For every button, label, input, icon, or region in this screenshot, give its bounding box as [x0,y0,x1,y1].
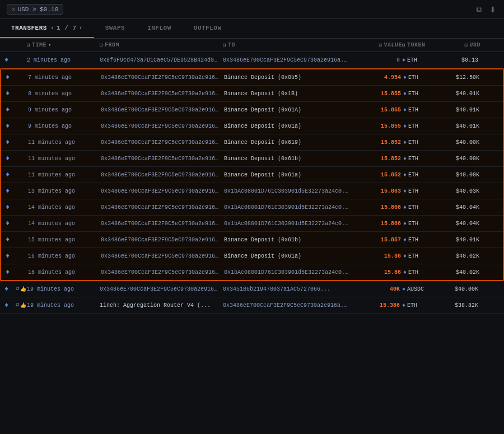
col-token[interactable]: ⊟ TOKEN [402,42,441,48]
row-chain-icon: ♦ [6,90,17,97]
row-to: 0x1bAc08001D761C303901d5E32273a24c0... [224,221,353,227]
table-row[interactable]: ♦ 16 minutes ago 0x3486eE700CcaF3E2F9C5e… [1,264,503,280]
table-row[interactable]: ♦ ⧉ 👍 19 minutes ago 0x3486eE700CcaF3E2F… [0,281,504,297]
table-row[interactable]: ♦ 11 minutes ago 0x3486eE700CcaF3E2F9C5e… [1,134,503,151]
row-token: ♦ ETH [403,123,442,129]
col-from[interactable]: ⊟ FROM [100,42,223,48]
row-from: 0x3486eE700CcaF3E2F9C5eC9730a2e916a... [101,74,224,81]
row-to: Binance Deposit (0x61a) [224,172,353,178]
download-button[interactable]: ⬇ [488,4,497,15]
page-indicator: 1 / 7 [57,25,77,31]
row-chain-icon: ♦ [4,56,16,64]
remove-filter-icon[interactable]: ✕ [12,6,16,13]
token-name: ETH [408,253,418,259]
row-to: Binance Deposit (0x0b5) [224,74,353,81]
table-row[interactable]: ♦ 14 minutes ago 0x3486eE700CcaF3E2F9C5e… [1,216,503,232]
row-chain-icon: ♦ [6,106,17,114]
row-value: 15.855 [353,91,403,97]
row-from: 0x3486eE700CcaF3E2F9C5eC9730a2e916a... [101,269,224,276]
row-time: 19 minutes ago [27,286,100,292]
col-usd-label: USD [469,42,480,48]
row-chain-icon: ♦ [6,155,17,162]
table-row[interactable]: ♦ 9 minutes ago 0x3486eE700CcaF3E2F9C5eC… [1,118,503,134]
row-time: 13 minutes ago [28,188,101,194]
table-row[interactable]: ♦ 14 minutes ago 0x3486eE700CcaF3E2F9C5e… [1,199,503,216]
table-row[interactable]: ♦ 2 minutes ago 0x8f6F9cd473a7D1CaeC57DE… [0,52,504,68]
eth-icon: ♦ [403,204,407,211]
row-chain-icon: ♦ [6,171,17,179]
row-chain-icon: ♦ [4,285,16,293]
row-value: 4.954 [353,74,403,81]
row-from: 0x3486eE700CcaF3E2F9C5eC9730a2e916a... [101,204,224,211]
row-token: ♦ ETH [403,253,442,259]
row-usd: $40.04K [442,221,482,227]
eth-icon: ♦ [403,269,407,276]
highlight-group: ♦ 7 minutes ago 0x3486eE700CcaF3E2F9C5eC… [0,68,504,281]
table-row[interactable]: ♦ 11 minutes ago 0x3486eE700CcaF3E2F9C5e… [1,167,503,183]
row-to: 0x1bAc08001D761C303901d5E32273a24c0... [224,188,353,194]
col-usd[interactable]: ⊟ USD [441,42,480,48]
row-to: 0x1bAc08001D761C303901d5E32273a24c0... [224,204,353,211]
token-name: ETH [408,156,418,162]
row-time: 11 minutes ago [28,139,101,146]
row-chain-icon: ♦ [6,268,17,276]
row-token: ♦ ETH [403,172,442,178]
tab-swaps[interactable]: SWAPS [94,19,137,38]
eth-icon: ♦ [403,107,407,113]
eth-icon: ♦ [403,123,407,129]
row-time: 9 minutes ago [28,107,101,113]
row-value: 15.863 [353,188,403,194]
tab-outflow[interactable]: OUTFLOW [183,19,233,38]
row-value: 15.852 [353,156,403,162]
col-to-label: TO [228,42,235,48]
row-chain-icon: ♦ [6,138,17,146]
eth-icon: ♦ [402,57,405,63]
table-row[interactable]: ♦ 16 minutes ago 0x3486eE700CcaF3E2F9C5e… [1,248,503,264]
prev-page-icon[interactable]: ‹ [50,25,54,31]
copy-icon: ⧉ [16,286,19,292]
table-row[interactable]: ♦ 13 minutes ago 0x3486eE700CcaF3E2F9C5e… [1,183,503,199]
row-token: ♦ ETH [403,237,442,243]
row-token: ♦ ETH [403,74,442,81]
time-sort-icon[interactable]: ▾ [48,42,52,48]
tab-inflow[interactable]: INFLOW [136,19,183,38]
row-value: 0 [352,57,402,63]
row-usd: $40.01K [442,123,482,129]
row-to: Binance Deposit (0x61A) [224,107,353,113]
row-time: 16 minutes ago [28,269,101,276]
row-usd: $40.03K [442,188,482,194]
row-time: 11 minutes ago [28,172,101,178]
token-name: ETH [408,123,418,129]
row-time: 7 minutes ago [28,74,101,81]
table-row[interactable]: ♦ 9 minutes ago 0x3486eE700CcaF3E2F9C5eC… [1,102,503,118]
table-row[interactable]: ♦ 8 minutes ago 0x3486eE700CcaF3E2F9C5eC… [1,86,503,102]
row-time: 19 minutes ago [27,302,100,309]
tab-transfers[interactable]: TRANSFERS ‹ 1 / 7 › [0,19,94,38]
tab-outflow-label: OUTFLOW [194,25,222,31]
table-row[interactable]: ♦ 7 minutes ago 0x3486eE700CcaF3E2F9C5eC… [1,69,503,86]
table-row[interactable]: ♦ ⧉ 👍 19 minutes ago 1inch: Aggregation … [0,297,504,314]
col-value[interactable]: ⊟ VALUE [352,42,402,48]
table-row[interactable]: ♦ 11 minutes ago 0x3486eE700CcaF3E2F9C5e… [1,151,503,167]
next-page-icon[interactable]: › [79,25,83,31]
token-filter-icon: ⊟ [402,42,405,48]
tab-pagination: ‹ 1 / 7 › [50,25,83,31]
copy-button[interactable]: ⧉ [475,3,483,15]
time-filter-icon: ⊟ [27,42,30,48]
row-token: ♦ ETH [403,269,442,276]
row-usd: $40.00K [442,172,482,178]
col-to[interactable]: ⊟ TO [223,42,352,48]
table-row[interactable]: ♦ 15 minutes ago 0x3486eE700CcaF3E2F9C5e… [1,232,503,248]
row-usd: $40.01K [442,91,482,97]
token-name: ETH [408,107,418,113]
eth-icon: ♦ [403,156,407,162]
col-value-label: VALUE [384,42,402,48]
col-time-label: TIME [32,42,46,48]
row-chain-icon: ♦ [6,252,17,260]
row-to: 0x3486eE700CcaF3E2F9C5eC9730a2e916a... [223,57,352,63]
row-time: 15 minutes ago [28,237,101,243]
filter-badge[interactable]: ✕ USD ≥ $0.10 [7,4,63,15]
row-chain-icon: ♦ [6,220,17,227]
col-time[interactable]: ⊟ TIME ▾ [27,42,100,48]
eth-icon: ♦ [403,139,407,146]
